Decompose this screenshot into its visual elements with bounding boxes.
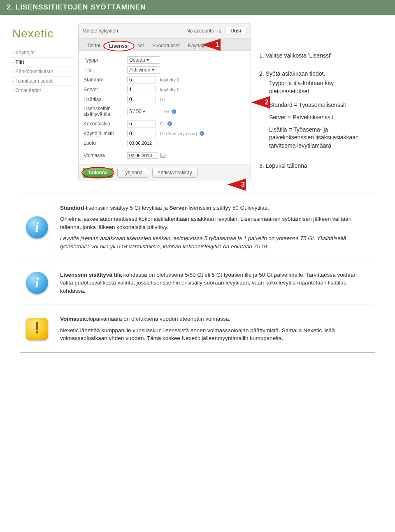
lisensseihin-label: Lisensseihin sisältyvä tila <box>84 106 125 118</box>
form-panel: Valitse nykyinen No accounts Tai Uusi Ti… <box>78 23 251 181</box>
server-label: Server <box>84 87 125 93</box>
warning-icon: ! <box>26 318 48 340</box>
kayttajalimitti-input[interactable] <box>127 130 156 137</box>
kokonaistila-input[interactable] <box>127 120 156 127</box>
svg-text:3: 3 <box>241 181 245 188</box>
sidebar-item-sahkoposti[interactable]: Sähköpostikutsut <box>12 67 74 76</box>
tyyppi-label: Tyyppi <box>84 57 125 63</box>
tallenna-button[interactable]: Tallenna <box>83 168 113 178</box>
lisatilaa-input[interactable] <box>127 96 156 103</box>
kayttajalimitti-note: Gt (0=ei käytössä) <box>160 131 197 136</box>
sidebar-item-tilit[interactable]: Tilit <box>12 57 74 67</box>
tab-kayttaja[interactable]: Käyttäjä <box>184 41 210 51</box>
tila-label: Tila <box>84 67 125 73</box>
tila-select[interactable]: Aktiivinen ▾ <box>127 66 160 74</box>
step-3-text: 3. Lopuksi tallenna <box>259 162 370 170</box>
info-icon[interactable]: i <box>167 121 172 126</box>
step-2-text: 2. Syötä asiakkaan tiedot. Tyyppi ja til… <box>259 70 370 150</box>
logo: Nexetic <box>12 27 74 40</box>
tab-row: Tiedot Lisenssi set Suodatukset Käyttäjä <box>79 39 251 51</box>
info-icon[interactable]: i <box>172 109 176 114</box>
lisensseihin-note: Gt <box>164 109 169 114</box>
standard-note: käytetty 0 <box>160 77 179 82</box>
sidebar-item-toimittajan[interactable]: Toimittajan tiedot <box>12 76 74 86</box>
luotu-label: Luotu <box>84 140 125 146</box>
no-accounts-label: No accounts <box>186 28 214 34</box>
server-input[interactable] <box>127 86 156 93</box>
calendar-icon[interactable] <box>160 153 165 158</box>
sidebar-item-omat[interactable]: Omat tiedot <box>12 86 74 95</box>
sidebar-item-kayttajat[interactable]: Käyttäjät <box>12 48 74 57</box>
luotu-input[interactable] <box>127 140 158 146</box>
voimassa-input[interactable] <box>127 152 158 159</box>
info-box-2: Lisenssiin sisältyvä tila kohdassa on ol… <box>54 261 375 305</box>
info-table: i Standard-lisenssiin sisältyy 5 Gt levy… <box>20 194 375 353</box>
tyhjenna-button[interactable]: Tyhjennä <box>117 168 148 178</box>
standard-label: Standard <box>84 77 125 83</box>
tab-set[interactable]: set <box>133 41 148 51</box>
info-box-3: Voimassaolopäivämäärä on oletuksena vuod… <box>54 305 375 353</box>
instructions: 1. Valitse valikosta 'Lisenssi' 2. Syötä… <box>255 23 379 181</box>
kokonaistila-note: Gt <box>160 121 165 126</box>
standard-input[interactable] <box>127 76 156 83</box>
tyyppi-select[interactable]: Ostettu ▾ <box>127 56 160 64</box>
tab-suodatukset[interactable]: Suodatukset <box>148 41 184 51</box>
panel-top-bar: Valitse nykyinen No accounts Tai Uusi <box>79 23 251 39</box>
info-icon: i <box>26 272 48 294</box>
lisatilaa-label: Lisätilaa <box>84 97 125 102</box>
sidebar: Nexetic Käyttäjät Tilit Sähköpostikutsut… <box>12 23 74 181</box>
step-1-text: 1. Valitse valikosta 'Lisenssi' <box>259 52 370 60</box>
tab-lisenssi[interactable]: Lisenssi <box>105 41 133 51</box>
kayttajalimitti-label: Käyttäjälimiitti <box>84 131 125 136</box>
server-note: käytetty 0 <box>160 87 179 92</box>
yhdista-button[interactable]: Yhdistä testikäy <box>152 168 198 178</box>
lisatilaa-note: Gt <box>160 97 165 102</box>
lisensseihin-select[interactable]: 5 / 50 ▾ <box>127 108 160 115</box>
info-icon[interactable]: i <box>200 131 204 136</box>
tab-tiedot[interactable]: Tiedot <box>83 41 105 51</box>
voimassa-label: Voimassa <box>84 153 125 158</box>
section-header: 2. LISENSSITIETOJEN SYÖTTÄMINEN <box>0 0 395 15</box>
valitse-label: Valitse nykyinen <box>83 28 118 34</box>
info-icon: i <box>26 216 48 238</box>
tai-label: Tai <box>216 28 223 34</box>
info-box-1: Standard-lisenssiin sisältyy 5 Gt levyti… <box>54 194 375 261</box>
kokonaistila-label: Kokonaistila <box>84 121 125 127</box>
uusi-button[interactable]: Uusi <box>225 27 246 35</box>
